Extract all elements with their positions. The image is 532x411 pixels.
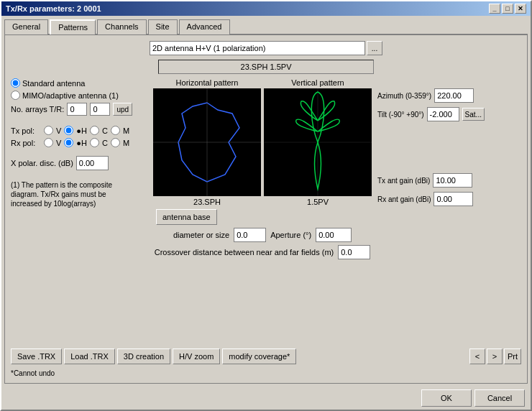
tx-gain-label: Tx ant gain (dBi) [377, 177, 430, 185]
upd-button[interactable]: upd [113, 103, 132, 116]
azimuth-input[interactable] [434, 88, 474, 103]
nav-next-button[interactable]: > [487, 348, 503, 364]
mimo-antenna-label: MIMO/adaptive antenna (1) [22, 91, 119, 100]
tab-advanced[interactable]: Advanced [179, 19, 230, 34]
vertical-pattern-block: Vertical pattern 1.5PV [264, 78, 372, 206]
note-text: (1) The pattern is the composite diagram… [11, 180, 133, 208]
rx-gain-input[interactable] [434, 192, 473, 206]
rx-pol-m[interactable] [111, 138, 120, 147]
aperture-label: Aperture (°) [270, 231, 311, 239]
ok-cancel-bar: OK Cancel [1, 387, 531, 410]
horizontal-pattern-block: Horizontal pattern 23.SPH [153, 78, 261, 206]
tab-site[interactable]: Site [148, 19, 178, 34]
cannot-undo-text: *Cannot undo [11, 369, 521, 377]
xpolar-input[interactable] [76, 156, 109, 170]
center-panel: Horizontal pattern 23.SPH Vertical patte… [153, 78, 372, 343]
rx-pol-v[interactable] [44, 138, 53, 147]
tilt-row: Tilt (-90° +90°) Sat... [377, 107, 507, 121]
rx-pol-v-label: V [56, 139, 61, 147]
azimuth-label: Azimuth (0-359°) [377, 92, 431, 100]
rx-gain-row: Rx ant gain (dBi) [377, 192, 507, 206]
prt-button[interactable]: Prt [504, 348, 521, 364]
horizontal-pattern-canvas [153, 88, 261, 196]
main-window: Tx/Rx parameters: 2 0001 _ □ ✕ General P… [0, 0, 532, 411]
tx-gain-input[interactable] [433, 173, 472, 188]
sat-button[interactable]: Sat... [462, 108, 485, 121]
azimuth-row: Azimuth (0-359°) [377, 88, 507, 103]
right-panel: Azimuth (0-359°) Tilt (-90° +90°) Sat...… [377, 78, 507, 343]
crossover-input[interactable] [338, 245, 370, 259]
antenna-base-button[interactable]: antenna base [156, 209, 217, 225]
tab-general[interactable]: General [4, 19, 48, 34]
patterns-area: Horizontal pattern 23.SPH Vertical patte… [153, 78, 372, 206]
crossover-row: Crossover distance between near and far … [155, 245, 370, 259]
nav-prev-button[interactable]: < [469, 348, 485, 364]
arrays-tx-input[interactable] [67, 103, 87, 116]
title-bar: Tx/Rx parameters: 2 0001 _ □ ✕ [1, 1, 531, 16]
close-button[interactable]: ✕ [515, 4, 526, 14]
tx-pol-label: Tx pol: [11, 126, 41, 135]
dropdown-extra-button[interactable]: ... [367, 41, 382, 55]
cannot-undo-label: *Cannot undo [11, 369, 55, 377]
action-bar: Save .TRX Load .TRX 3D creation H/V zoom… [11, 348, 521, 364]
tx-pol-c-label: C [102, 126, 108, 135]
horizontal-pattern-label: Horizontal pattern [176, 78, 239, 87]
rx-pol-c-label: C [102, 139, 108, 147]
tx-pol-m[interactable] [111, 126, 120, 135]
window-title: Tx/Rx parameters: 2 0001 [6, 4, 101, 13]
rx-pol-h-label: ●H [76, 139, 87, 147]
diameter-row: diameter or size Aperture (°) [173, 228, 352, 242]
rx-gain-label: Rx ant gain (dBi) [377, 195, 431, 203]
maximize-button[interactable]: □ [502, 4, 513, 14]
tab-patterns[interactable]: Patterns [50, 19, 96, 34]
tx-pol-c[interactable] [90, 126, 99, 135]
diameter-input[interactable] [234, 228, 266, 242]
antenna-file-display: 23.SPH 1.5PV [158, 60, 374, 74]
tab-bar: General Patterns Channels Site Advanced [1, 16, 531, 34]
vertical-pattern-name: 1.5PV [307, 198, 329, 206]
tx-pol-m-label: M [123, 126, 129, 135]
antenna-type-row: 2D antenna H+V (1 polarization) ... [11, 41, 521, 55]
arrays-row: No. arrays T/R: upd [11, 103, 147, 116]
title-bar-buttons: _ □ ✕ [489, 4, 526, 14]
arrays-label: No. arrays T/R: [11, 105, 64, 114]
cancel-button[interactable]: Cancel [474, 389, 525, 407]
tx-gain-row: Tx ant gain (dBi) [377, 173, 507, 188]
xpolar-row: X polar. disc. (dB) [11, 156, 147, 170]
load-trx-button[interactable]: Load .TRX [64, 348, 115, 364]
modify-coverage-button[interactable]: modify coverage* [222, 348, 296, 364]
tx-pol-v-label: V [56, 126, 61, 135]
aperture-input[interactable] [316, 228, 352, 242]
tx-pol-h-label: ●H [76, 126, 87, 135]
vertical-pattern-label: Vertical pattern [291, 78, 344, 87]
antenna-base-row: antenna base [156, 209, 217, 225]
mimo-antenna-input[interactable] [11, 91, 20, 100]
save-trx-button[interactable]: Save .TRX [11, 348, 62, 364]
standard-antenna-radio[interactable]: Standard antenna [11, 78, 147, 88]
tilt-label: Tilt (-90° +90°) [377, 111, 424, 119]
bottom-buttons: Save .TRX Load .TRX 3D creation H/V zoom… [11, 348, 296, 364]
nav-area: < > Prt [469, 348, 521, 364]
mimo-antenna-radio[interactable]: MIMO/adaptive antenna (1) [11, 91, 147, 100]
ok-button[interactable]: OK [421, 389, 472, 407]
3d-creation-button[interactable]: 3D creation [117, 348, 170, 364]
rx-pol-c[interactable] [90, 138, 99, 147]
arrays-rx-input[interactable] [90, 103, 110, 116]
tx-pol-h[interactable] [64, 126, 73, 135]
rx-pol-m-label: M [123, 139, 129, 147]
rx-pol-label: Rx pol: [11, 139, 41, 147]
main-content: Standard antenna MIMO/adaptive antenna (… [11, 78, 521, 343]
hv-zoom-button[interactable]: H/V zoom [173, 348, 220, 364]
antenna-type-dropdown[interactable]: 2D antenna H+V (1 polarization) [150, 41, 365, 55]
content-area: 2D antenna H+V (1 polarization) ... 23.S… [4, 34, 528, 384]
horizontal-pattern-name: 23.SPH [193, 198, 221, 206]
standard-antenna-label: Standard antenna [22, 79, 85, 88]
tab-channels[interactable]: Channels [97, 19, 146, 34]
diameter-label: diameter or size [173, 231, 229, 239]
rx-pol-h[interactable] [64, 138, 73, 147]
crossover-label: Crossover distance between near and far … [155, 248, 334, 257]
tx-pol-v[interactable] [44, 126, 53, 135]
minimize-button[interactable]: _ [489, 4, 500, 14]
tilt-input[interactable] [427, 107, 459, 121]
standard-antenna-input[interactable] [11, 78, 20, 88]
